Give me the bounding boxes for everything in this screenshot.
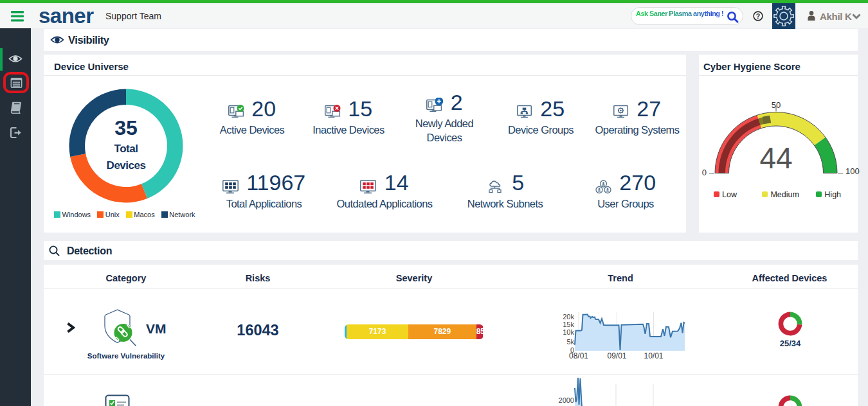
svg-text:0: 0 [702, 168, 707, 177]
svg-text:09/01: 09/01 [607, 351, 626, 360]
svg-text:50: 50 [772, 100, 781, 110]
svg-text:08/01: 08/01 [569, 351, 588, 360]
svg-text:20k: 20k [563, 313, 574, 321]
svg-text:100: 100 [845, 166, 860, 176]
svg-text:5k: 5k [566, 338, 574, 346]
svg-text:44: 44 [759, 141, 792, 175]
svg-text:10k: 10k [563, 328, 574, 336]
svg-text:15k: 15k [563, 321, 574, 328]
svg-text:2000: 2000 [559, 396, 574, 404]
svg-text:10/01: 10/01 [644, 351, 663, 360]
svg-text:?: ? [756, 12, 760, 20]
